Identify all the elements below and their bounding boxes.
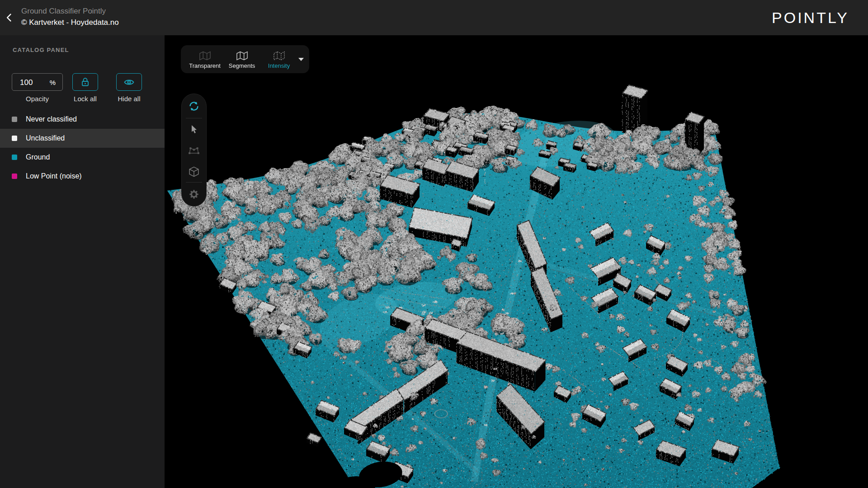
pointer-icon bbox=[189, 124, 199, 134]
class-label: Unclassified bbox=[26, 134, 65, 142]
gear-icon bbox=[189, 189, 199, 200]
class-list: Never classified Unclassified Ground Low… bbox=[0, 110, 165, 186]
mode-label: Segments bbox=[229, 62, 255, 69]
class-color-swatch bbox=[12, 174, 17, 179]
back-button[interactable] bbox=[5, 13, 17, 23]
class-row-low-point[interactable]: Low Point (noise) bbox=[0, 167, 165, 186]
class-color-swatch bbox=[12, 117, 17, 122]
chevron-left-icon bbox=[5, 13, 14, 23]
class-label: Never classified bbox=[26, 115, 77, 123]
top-bar: Ground Classifier Pointly © Kartverket -… bbox=[0, 0, 868, 35]
class-row-ground[interactable]: Ground bbox=[0, 148, 165, 167]
catalog-panel: CATALOG PANEL 100 % Opacity Lock all Hid… bbox=[0, 35, 165, 488]
map-icon bbox=[236, 51, 248, 61]
pointcloud-viewport[interactable] bbox=[165, 35, 868, 488]
mode-button-intensity[interactable]: Intensity bbox=[260, 45, 297, 73]
class-label: Ground bbox=[26, 153, 50, 161]
map-icon bbox=[199, 51, 211, 61]
viewer-area: Transparent Segments Intensity bbox=[165, 35, 868, 488]
mode-dropdown-caret[interactable] bbox=[298, 58, 304, 61]
select-tool[interactable] bbox=[182, 118, 206, 140]
cube-icon bbox=[189, 166, 199, 177]
mode-label: Transparent bbox=[189, 62, 221, 69]
bounding-box-tool[interactable] bbox=[182, 161, 206, 182]
lock-all-label: Lock all bbox=[72, 95, 98, 103]
mode-button-segments[interactable]: Segments bbox=[223, 45, 260, 73]
class-color-swatch bbox=[12, 155, 17, 160]
class-color-swatch bbox=[12, 136, 17, 141]
segment-select-icon bbox=[189, 146, 199, 155]
segment-select-tool[interactable] bbox=[182, 140, 206, 161]
title-block: Ground Classifier Pointly © Kartverket -… bbox=[21, 5, 119, 28]
app-title: Ground Classifier Pointly bbox=[21, 5, 119, 17]
mode-button-transparent[interactable]: Transparent bbox=[186, 45, 223, 73]
lock-all-button[interactable] bbox=[72, 73, 98, 91]
tool-palette bbox=[181, 94, 207, 206]
map-icon bbox=[273, 51, 285, 61]
mode-label: Intensity bbox=[268, 62, 290, 69]
class-row-never-classified[interactable]: Never classified bbox=[0, 110, 165, 129]
render-mode-toolbar: Transparent Segments Intensity bbox=[181, 45, 309, 73]
opacity-label: Opacity bbox=[12, 95, 63, 103]
lock-icon bbox=[80, 77, 90, 87]
catalog-panel-title: CATALOG PANEL bbox=[13, 47, 69, 53]
pointly-logo: POINTLY bbox=[772, 9, 849, 27]
settings-tool[interactable] bbox=[182, 183, 206, 206]
hide-all-button[interactable] bbox=[116, 73, 142, 91]
class-row-unclassified[interactable]: Unclassified bbox=[0, 129, 165, 148]
rotate-tool[interactable] bbox=[182, 94, 206, 118]
opacity-unit: % bbox=[50, 79, 56, 86]
hide-all-label: Hide all bbox=[116, 95, 142, 103]
copyright-subtitle: © Kartverket - Hoydedata.no bbox=[21, 17, 119, 28]
opacity-value: 100 bbox=[20, 78, 33, 87]
eye-icon bbox=[123, 77, 135, 87]
rotate-icon bbox=[188, 100, 200, 112]
class-label: Low Point (noise) bbox=[26, 172, 82, 180]
opacity-input[interactable]: 100 % bbox=[12, 73, 63, 91]
